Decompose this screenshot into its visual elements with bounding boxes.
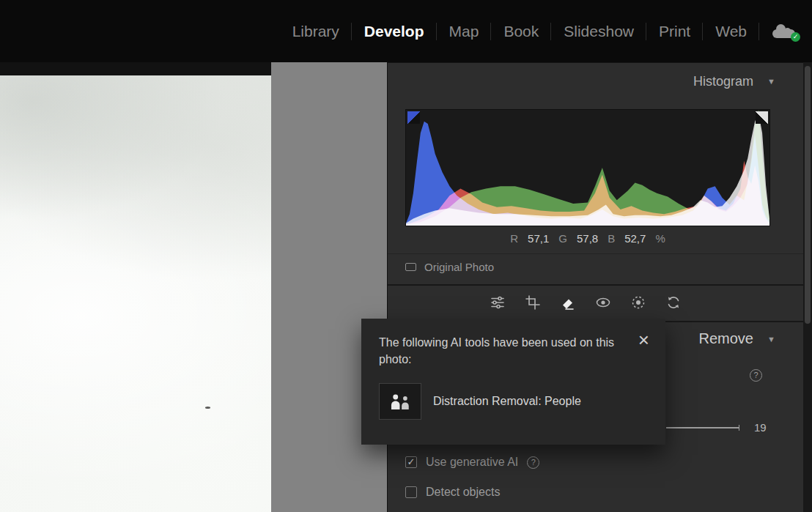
masking-icon[interactable] (630, 294, 647, 311)
ai-tool-item-label: Distraction Removal: People (433, 395, 581, 408)
sync-icon[interactable] (665, 294, 682, 311)
g-value: 57,8 (577, 232, 598, 245)
original-photo-label: Original Photo (424, 261, 494, 273)
bird-speck (205, 407, 210, 409)
remove-eraser-icon[interactable] (559, 294, 577, 311)
tab-develop[interactable]: Develop (352, 23, 437, 40)
people-icon (379, 383, 421, 420)
detect-objects-row: Detect objects (405, 486, 500, 499)
b-label: B (608, 232, 615, 245)
histogram[interactable] (405, 109, 770, 226)
highlight-clipping-indicator-icon[interactable] (756, 111, 768, 124)
remove-help-icon[interactable]: ? (750, 369, 762, 382)
chevron-down-icon[interactable]: ▼ (767, 335, 775, 344)
edit-sliders-icon[interactable] (489, 294, 506, 311)
b-value: 52,7 (624, 232, 646, 245)
cloud-sync-icon[interactable] (769, 22, 800, 41)
tab-book[interactable]: Book (491, 23, 551, 40)
divider (388, 253, 804, 254)
tab-slideshow[interactable]: Slideshow (551, 23, 646, 40)
photo-frame-icon (405, 263, 416, 271)
detect-objects-label: Detect objects (426, 486, 500, 499)
panel-scrollbar (803, 62, 812, 512)
close-icon[interactable]: × (638, 330, 649, 349)
use-generative-ai-checkbox[interactable]: ✓ (405, 456, 417, 468)
module-picker-bar: Library Develop Map Book Slideshow Print… (0, 0, 812, 62)
chevron-down-icon[interactable]: ▼ (767, 77, 775, 86)
g-label: G (558, 232, 567, 245)
r-label: R (510, 232, 518, 245)
tab-map[interactable]: Map (437, 23, 492, 40)
tab-print[interactable]: Print (646, 23, 703, 40)
check-icon: ✓ (407, 457, 416, 467)
percent-unit: % (655, 232, 665, 245)
slider-value: 19 (754, 421, 767, 434)
rgb-readout: R 57,1 G 57,8 B 52,7 % (405, 232, 770, 245)
detect-objects-checkbox[interactable] (405, 486, 417, 498)
divider (388, 284, 804, 286)
ai-tools-popup: The following AI tools have been used on… (361, 319, 665, 445)
histogram-plot (406, 110, 769, 226)
remove-panel-header[interactable]: Remove (699, 330, 753, 347)
crop-icon[interactable] (524, 294, 542, 311)
original-photo-row[interactable]: Original Photo (405, 261, 494, 273)
photo-canvas[interactable] (0, 75, 271, 512)
popup-message: The following AI tools have been used on… (379, 334, 615, 368)
tool-strip (489, 292, 682, 313)
r-value: 57,1 (528, 232, 549, 245)
tab-web[interactable]: Web (703, 23, 759, 40)
use-generative-ai-row: ✓ Use generative AI ? (405, 456, 539, 469)
generative-ai-help-icon[interactable]: ? (527, 456, 539, 469)
histogram-panel-header[interactable]: Histogram (693, 74, 753, 89)
remove-size-slider[interactable] (666, 427, 739, 428)
use-generative-ai-label: Use generative AI (426, 456, 518, 469)
shadow-clipping-indicator-icon[interactable] (407, 111, 420, 124)
tab-library[interactable]: Library (280, 23, 352, 40)
photo-top-strip (0, 62, 271, 75)
sync-ok-check-icon (791, 32, 800, 42)
scrollbar-thumb[interactable] (805, 66, 811, 324)
red-eye-icon[interactable] (594, 294, 612, 311)
